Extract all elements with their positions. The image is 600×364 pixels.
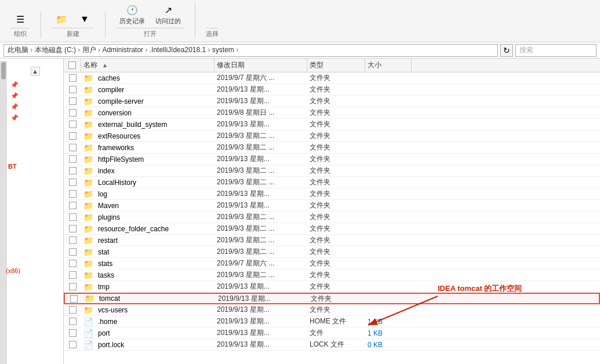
row-checkbox-16[interactable] <box>69 260 77 267</box>
refresh-button[interactable]: ↻ <box>500 44 513 57</box>
row-check-19[interactable] <box>65 295 82 303</box>
table-row[interactable]: 📁 frameworks 2019/9/3 星期二 ... 文件夹 <box>64 142 600 154</box>
row-check-22[interactable] <box>64 329 81 337</box>
row-checkbox-22[interactable] <box>69 329 77 337</box>
row-check-17[interactable] <box>64 271 81 279</box>
toolbar-new-icons: 📁 ▼ <box>52 12 94 27</box>
row-checkbox-20[interactable] <box>69 306 77 314</box>
row-checkbox-17[interactable] <box>69 271 77 279</box>
row-checkbox-11[interactable] <box>69 202 77 209</box>
path-part-admin[interactable]: Administrator <box>102 46 143 54</box>
table-row[interactable]: 📄 .home 2019/9/13 星期... HOME 文件 1 KB <box>64 316 600 327</box>
table-row[interactable]: 📁 index 2019/9/3 星期二 ... 文件夹 <box>64 165 600 177</box>
row-checkbox-12[interactable] <box>69 213 77 221</box>
table-row[interactable]: 📁 restart 2019/9/3 星期二 ... 文件夹 <box>64 235 600 246</box>
row-checkbox-10[interactable] <box>69 190 77 198</box>
row-check-14[interactable] <box>64 236 81 244</box>
recent-button[interactable]: ↗ 访问过的 <box>152 2 184 27</box>
row-checkbox-2[interactable] <box>69 97 77 105</box>
row-checkbox-18[interactable] <box>69 283 77 290</box>
row-check-8[interactable] <box>64 167 81 174</box>
row-check-7[interactable] <box>64 155 81 163</box>
row-check-2[interactable] <box>64 97 81 105</box>
row-checkbox-9[interactable] <box>69 179 77 186</box>
row-check-23[interactable] <box>64 341 81 348</box>
row-check-6[interactable] <box>64 144 81 151</box>
table-row[interactable]: 📁 tasks 2019/9/3 星期二 ... 文件夹 <box>64 270 600 281</box>
row-check-18[interactable] <box>64 283 81 290</box>
row-check-16[interactable] <box>64 260 81 267</box>
table-row[interactable]: 📁 external_build_system 2019/9/13 星期... … <box>64 119 600 130</box>
table-row[interactable]: 📁 stat 2019/9/3 星期二 ... 文件夹 <box>64 246 600 258</box>
row-check-9[interactable] <box>64 179 81 186</box>
new-dropdown-button[interactable]: ▼ <box>75 12 94 27</box>
table-row[interactable]: 📁 Maven 2019/9/13 星期... 文件夹 <box>64 200 600 212</box>
organize-button[interactable]: ☰ <box>10 12 30 27</box>
path-part-users[interactable]: 用户 <box>82 46 96 54</box>
table-row[interactable]: 📁 httpFileSystem 2019/9/13 星期... 文件夹 <box>64 154 600 165</box>
row-checkbox-7[interactable] <box>69 155 77 163</box>
row-checkbox-4[interactable] <box>69 121 77 128</box>
header-type[interactable]: 类型 <box>307 59 365 72</box>
row-checkbox-0[interactable] <box>69 74 77 82</box>
row-checkbox-1[interactable] <box>69 86 77 93</box>
header-check[interactable] <box>64 59 81 72</box>
row-check-3[interactable] <box>64 109 81 117</box>
table-row[interactable]: 📁 compile-server 2019/9/13 星期... 文件夹 <box>64 96 600 107</box>
row-checkbox-23[interactable] <box>69 341 77 348</box>
row-checkbox-15[interactable] <box>69 248 77 256</box>
row-date-11: 2019/9/13 星期... <box>214 201 307 210</box>
table-row[interactable]: 📁 tmp 2019/9/13 星期... 文件夹 <box>64 281 600 293</box>
table-row[interactable]: 📄 port.lock 2019/9/13 星期... LOCK 文件 0 KB <box>64 339 600 351</box>
new-folder-button[interactable]: 📁 <box>52 12 71 27</box>
row-check-13[interactable] <box>64 225 81 232</box>
row-check-12[interactable] <box>64 213 81 221</box>
header-date[interactable]: 修改日期 <box>214 59 307 72</box>
path-part-computer[interactable]: 此电脑 <box>8 46 28 54</box>
row-check-4[interactable] <box>64 121 81 128</box>
row-check-20[interactable] <box>64 306 81 314</box>
address-path[interactable]: 此电脑 › 本地磁盘 (C:) › 用户 › Administrator › .… <box>3 44 498 57</box>
search-box[interactable]: 搜索 <box>515 44 597 57</box>
history-button[interactable]: 🕐 历史记录 <box>116 2 148 27</box>
row-checkbox-13[interactable] <box>69 225 77 232</box>
row-checkbox-3[interactable] <box>69 109 77 117</box>
nav-up-arrow[interactable]: ▲ <box>31 67 40 76</box>
header-size[interactable]: 大小 <box>365 59 412 72</box>
table-row[interactable]: 📁 conversion 2019/9/8 星期日 ... 文件夹 <box>64 107 600 119</box>
table-row[interactable]: 📁 stats 2019/9/7 星期六 ... 文件夹 <box>64 258 600 270</box>
table-row[interactable]: 📁 caches 2019/9/7 星期六 ... 文件夹 <box>64 72 600 84</box>
row-checkbox-19[interactable] <box>70 295 78 303</box>
row-checkbox-8[interactable] <box>69 167 77 174</box>
table-row[interactable]: 📁 tomcat 2019/9/13 星期... 文件夹 <box>64 293 600 304</box>
table-row[interactable]: 📁 extResources 2019/9/3 星期二 ... 文件夹 <box>64 130 600 142</box>
table-row[interactable]: 📄 port 2019/9/13 星期... 文件 1 KB <box>64 327 600 339</box>
row-checkbox-5[interactable] <box>69 132 77 140</box>
table-row[interactable]: 📁 resource_folder_cache 2019/9/3 星期二 ...… <box>64 223 600 235</box>
row-check-11[interactable] <box>64 202 81 209</box>
header-name[interactable]: 名称 ▲ <box>81 59 214 72</box>
pin-row-2[interactable]: 📌 <box>7 90 63 101</box>
row-check-15[interactable] <box>64 248 81 256</box>
select-all-checkbox[interactable] <box>68 61 76 69</box>
table-row[interactable]: 📁 log 2019/9/13 星期... 文件夹 <box>64 188 600 200</box>
row-check-5[interactable] <box>64 132 81 140</box>
pin-row-3[interactable]: 📌 <box>7 101 63 112</box>
path-part-c[interactable]: 本地磁盘 (C:) <box>35 46 76 54</box>
row-check-21[interactable] <box>64 318 81 325</box>
row-checkbox-6[interactable] <box>69 144 77 151</box>
path-part-system[interactable]: system <box>212 46 234 54</box>
table-row[interactable]: 📁 compiler 2019/9/13 星期... 文件夹 <box>64 84 600 96</box>
path-part-idea[interactable]: .IntelliJIdea2018.1 <box>150 46 206 54</box>
pin-row-4[interactable]: 📌 <box>7 112 63 123</box>
row-checkbox-21[interactable] <box>69 318 77 325</box>
row-checkbox-14[interactable] <box>69 236 77 244</box>
row-check-1[interactable] <box>64 86 81 93</box>
row-check-10[interactable] <box>64 190 81 198</box>
table-row[interactable]: 📁 plugins 2019/9/3 星期二 ... 文件夹 <box>64 212 600 223</box>
table-row[interactable]: 📁 LocalHistory 2019/9/3 星期二 ... 文件夹 <box>64 177 600 188</box>
row-check-0[interactable] <box>64 74 81 82</box>
header-name-label: 名称 <box>83 60 97 70</box>
pin-row-1[interactable]: 📌 <box>7 79 63 90</box>
table-row[interactable]: 📁 vcs-users 2019/9/13 星期... 文件夹 <box>64 304 600 316</box>
